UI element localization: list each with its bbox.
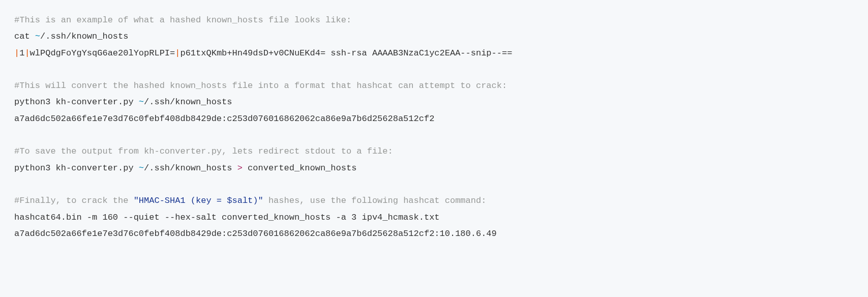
redirect-char: > (237, 163, 243, 173)
output-line: |1|wlPQdgFoYgYsqG6ae20lYopRLPI=|p61txQKm… (14, 48, 512, 58)
cmd-text: python3 kh-converter.py (14, 97, 139, 107)
comment-line: #This is an example of what a hashed kno… (14, 15, 351, 25)
comment-line: #This will convert the hashed known_host… (14, 81, 507, 91)
output-line: a7ad6dc502a66fe1e7e3d76c0febf408db8429de… (14, 114, 434, 124)
comment-line: #Finally, to crack the "HMAC-SHA1 (key =… (14, 196, 486, 205)
cmd-text: python3 kh-converter.py (14, 163, 139, 173)
cmd-text: /.ssh/known_hosts (40, 32, 128, 41)
comment-text: #Finally, to crack the (14, 196, 134, 205)
command-line: python3 kh-converter.py ~/.ssh/known_hos… (14, 163, 356, 173)
output-text: 1 (19, 48, 24, 58)
tilde-char: ~ (35, 32, 40, 41)
code-block: #This is an example of what a hashed kno… (0, 0, 868, 254)
command-line: cat ~/.ssh/known_hosts (14, 32, 128, 41)
pipe-char: | (24, 48, 29, 58)
string-literal: "HMAC-SHA1 (key = $salt)" (134, 196, 263, 205)
cmd-text: /.ssh/known_hosts (144, 163, 237, 173)
comment-text: hashes, use the following hashcat comman… (263, 196, 487, 205)
output-line: a7ad6dc502a66fe1e7e3d76c0febf408db8429de… (14, 229, 497, 239)
command-line: python3 kh-converter.py ~/.ssh/known_hos… (14, 97, 232, 107)
pipe-char: | (175, 48, 180, 58)
output-text: wlPQdgFoYgYsqG6ae20lYopRLPI= (30, 48, 175, 58)
pipe-char: | (14, 48, 19, 58)
tilde-char: ~ (139, 97, 144, 107)
command-line: hashcat64.bin -m 160 --quiet --hex-salt … (14, 213, 440, 222)
cmd-text: /.ssh/known_hosts (144, 97, 232, 107)
output-text: p61txQKmb+Hn49dsD+v0CNuEKd4= ssh-rsa AAA… (180, 48, 512, 58)
cmd-text: converted_known_hosts (243, 163, 356, 173)
cmd-text: cat (14, 32, 35, 41)
tilde-char: ~ (139, 163, 144, 173)
comment-line: #To save the output from kh-converter.py… (14, 146, 393, 156)
